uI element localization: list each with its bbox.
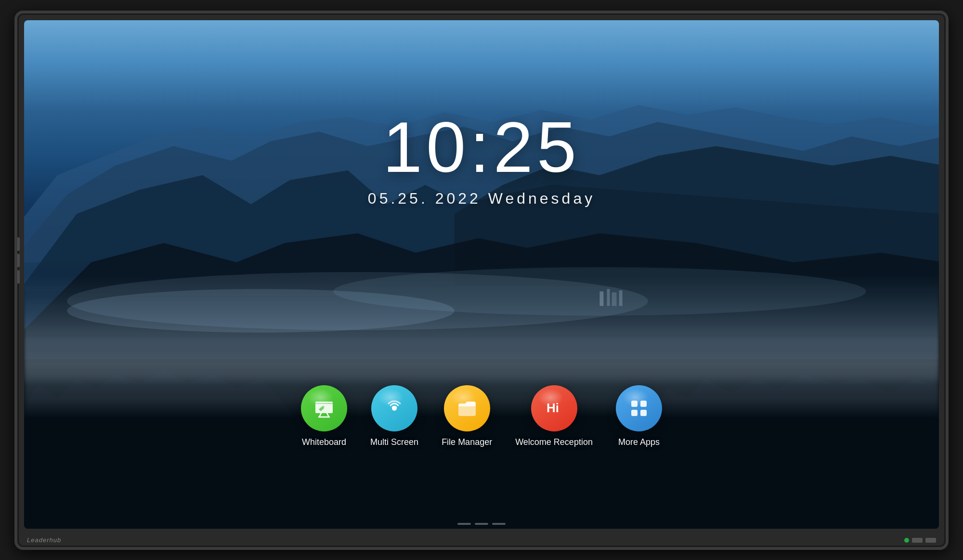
filemanager-label: File Manager xyxy=(442,437,492,447)
tv-controls xyxy=(904,538,936,543)
multiscreen-icon xyxy=(382,396,407,421)
nav-dots xyxy=(457,523,506,525)
app-filemanager[interactable]: File Manager xyxy=(442,385,492,447)
tv-bottom-bar: Leaderhub xyxy=(17,534,946,547)
moreapps-icon-bg xyxy=(616,385,662,431)
side-button[interactable] xyxy=(17,254,20,267)
tv-frame: 10:25 05.25. 2022 Wednesday xyxy=(14,11,949,550)
nav-dot xyxy=(492,523,506,525)
side-buttons xyxy=(17,237,20,284)
power-indicator xyxy=(904,538,909,543)
app-multiscreen[interactable]: Multi Screen xyxy=(370,385,418,447)
hi-icon: Hi xyxy=(542,396,567,421)
welcome-icon-bg: Hi xyxy=(531,385,577,431)
svg-rect-24 xyxy=(631,410,638,416)
folder-icon xyxy=(455,396,480,421)
whiteboard-icon-bg xyxy=(301,385,347,431)
svg-rect-25 xyxy=(640,410,647,416)
app-moreapps[interactable]: More Apps xyxy=(616,385,662,447)
tv-screen: 10:25 05.25. 2022 Wednesday xyxy=(24,20,939,529)
side-button[interactable] xyxy=(17,237,20,251)
control-button[interactable] xyxy=(925,538,936,543)
nav-dot xyxy=(457,523,471,525)
whiteboard-label: Whiteboard xyxy=(302,437,346,447)
clock-container: 10:25 05.25. 2022 Wednesday xyxy=(24,112,939,208)
control-button[interactable] xyxy=(912,538,923,543)
brand-label: Leaderhub xyxy=(27,536,61,544)
apps-container: Whiteboard Multi Screen xyxy=(24,385,939,447)
svg-rect-23 xyxy=(640,401,647,407)
multiscreen-label: Multi Screen xyxy=(370,437,418,447)
filemanager-icon-bg xyxy=(444,385,490,431)
moreapps-label: More Apps xyxy=(618,437,660,447)
app-whiteboard[interactable]: Whiteboard xyxy=(301,385,347,447)
app-welcome[interactable]: Hi Welcome Reception xyxy=(515,385,593,447)
multiscreen-icon-bg xyxy=(371,385,417,431)
svg-rect-22 xyxy=(631,401,638,407)
svg-text:Hi: Hi xyxy=(547,401,559,415)
grid-icon xyxy=(626,396,651,421)
welcome-label: Welcome Reception xyxy=(515,437,593,447)
nav-dot xyxy=(475,523,488,525)
side-button[interactable] xyxy=(17,270,20,284)
whiteboard-icon xyxy=(312,396,337,421)
clock-date: 05.25. 2022 Wednesday xyxy=(368,190,595,208)
clock-time: 10:25 xyxy=(383,112,580,183)
